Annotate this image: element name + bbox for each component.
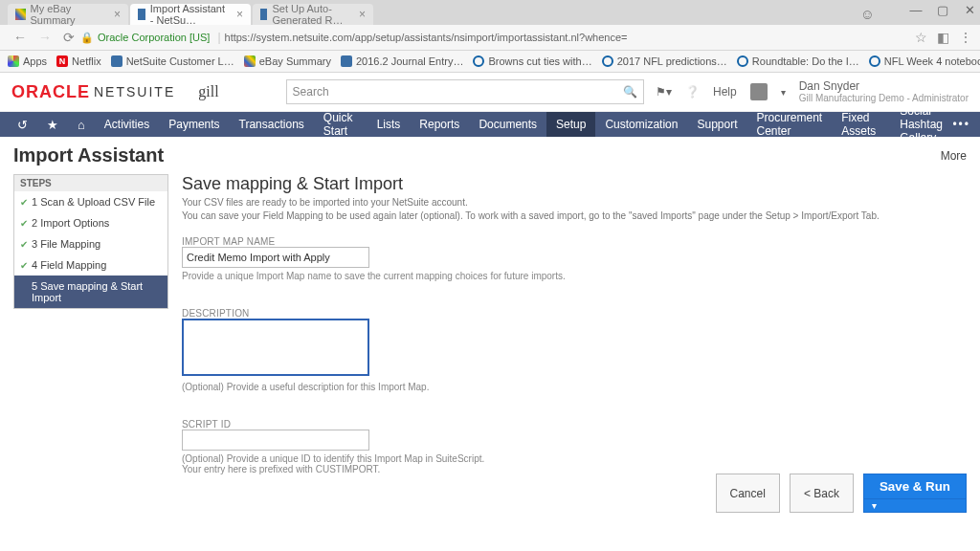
avatar[interactable] <box>750 83 768 100</box>
brand-netsuite: NETSUITE <box>94 84 175 99</box>
star-icon[interactable]: ☆ <box>915 30 927 45</box>
favicon-icon: N <box>56 55 68 67</box>
step-scan-upload[interactable]: ✔ 1 Scan & Upload CSV File <box>14 191 167 212</box>
main-nav: ↺ ★ ⌂ Activities Payments Transactions Q… <box>0 112 980 137</box>
bookmark[interactable]: 2016.2 Journal Entry… <box>341 55 464 67</box>
feedback-icon[interactable]: ⚑▾ <box>656 85 672 99</box>
nav-fixed-assets[interactable]: Fixed Assets <box>832 112 890 137</box>
user-name: Dan Snyder <box>799 80 969 93</box>
nav-procurement-center[interactable]: Procurement Center <box>747 112 833 137</box>
nav-customization[interactable]: Customization <box>595 112 687 137</box>
bookmark[interactable]: Apps <box>8 55 47 67</box>
nav-activities[interactable]: Activities <box>95 112 159 137</box>
browser-tab[interactable]: Import Assistant - NetSu… × <box>130 4 251 25</box>
save-run-button[interactable]: Save & Run <box>863 474 967 499</box>
bookmarks-bar: Apps NNetflix NetSuite Customer L… eBay … <box>0 51 980 73</box>
lock-icon: 🔒 <box>80 32 94 44</box>
scriptid-label: SCRIPT ID <box>182 419 967 430</box>
import-map-name-input[interactable] <box>182 247 369 268</box>
favicon-icon <box>15 9 26 20</box>
page-title: Import Assistant <box>13 144 164 166</box>
nav-payments[interactable]: Payments <box>159 112 229 137</box>
step-file-mapping[interactable]: ✔ 3 File Mapping <box>14 233 167 254</box>
favicon-icon <box>737 55 748 67</box>
browser-address-bar: ← → ⟳ 🔒 Oracle Corporation [US] | https:… <box>0 25 980 51</box>
user-menu[interactable]: Dan Snyder Gill Manufacturing Demo - Adm… <box>799 80 969 103</box>
bookmark[interactable]: Roundtable: Do the I… <box>737 55 859 67</box>
nav-quick-start[interactable]: Quick Start <box>314 112 368 137</box>
user-role: Gill Manufacturing Demo - Administrator <box>799 93 969 103</box>
apps-icon <box>8 55 19 67</box>
recent-icon[interactable]: ↺ <box>8 118 37 132</box>
account-icon[interactable]: ☺ <box>860 6 875 22</box>
nav-documents[interactable]: Documents <box>469 112 546 137</box>
browser-tab-label: Set Up Auto-Generated R… <box>272 3 353 26</box>
maximize-icon[interactable]: ▢ <box>936 3 949 17</box>
help-label[interactable]: Help <box>713 85 737 99</box>
favicon-icon <box>869 55 880 67</box>
favicon-icon <box>473 55 484 67</box>
step-field-mapping[interactable]: ✔ 4 Field Mapping <box>14 254 167 276</box>
scriptid-help-1: (Optional) Provide a unique ID to identi… <box>182 453 641 464</box>
bookmark[interactable]: NNetflix <box>56 55 101 67</box>
close-icon[interactable]: × <box>353 8 366 21</box>
nav-reports[interactable]: Reports <box>410 112 469 137</box>
scriptid-input[interactable] <box>182 430 369 451</box>
minimize-icon[interactable]: — <box>909 3 923 17</box>
forward-icon[interactable]: → <box>33 30 57 45</box>
check-icon: ✔ <box>20 239 28 250</box>
help-icon[interactable]: ❔ <box>685 85 700 99</box>
browser-tab-label: Import Assistant - NetSu… <box>150 3 231 26</box>
import-map-name-help: Provide a unique Import Map name to save… <box>182 271 641 281</box>
step-import-options[interactable]: ✔ 2 Import Options <box>14 212 167 233</box>
extension-icon[interactable]: ◧ <box>937 30 949 45</box>
nav-lists[interactable]: Lists <box>368 112 411 137</box>
more-link[interactable]: More <box>941 149 967 163</box>
bookmark[interactable]: NetSuite Customer L… <box>111 55 234 67</box>
favicon-icon <box>341 55 352 67</box>
back-button[interactable]: < Back <box>790 474 854 513</box>
menu-icon[interactable]: ⋮ <box>959 30 972 45</box>
save-run-dropdown[interactable]: ▾ <box>863 499 967 513</box>
cancel-button[interactable]: Cancel <box>716 474 780 513</box>
favicon-icon <box>602 55 613 67</box>
browser-tab-label: My eBay Summary <box>31 3 108 26</box>
search-placeholder: Search <box>293 85 329 99</box>
close-icon[interactable]: × <box>231 8 243 21</box>
secure-label: Oracle Corporation [US] <box>98 32 210 43</box>
bookmark[interactable]: eBay Summary <box>244 55 331 67</box>
nav-setup[interactable]: Setup <box>546 112 595 137</box>
nav-transactions[interactable]: Transactions <box>230 112 314 137</box>
check-icon: ✔ <box>20 218 28 229</box>
browser-tab[interactable]: Set Up Auto-Generated R… × <box>253 4 373 25</box>
global-search[interactable]: Search 🔍 <box>286 79 644 104</box>
nav-overflow-icon[interactable]: ••• <box>952 118 970 131</box>
nav-support[interactable]: Support <box>687 112 746 137</box>
close-window-icon[interactable]: ✕ <box>963 3 976 17</box>
bookmark[interactable]: 2017 NFL predictions… <box>602 55 727 67</box>
home-icon[interactable]: ⌂ <box>68 118 95 132</box>
back-icon[interactable]: ← <box>8 30 33 45</box>
reload-icon[interactable]: ⟳ <box>57 30 80 45</box>
description-input[interactable] <box>182 319 369 376</box>
favicon-icon <box>138 9 145 20</box>
form-subtitle-2: You can save your Field Mapping to be us… <box>182 209 967 223</box>
search-icon[interactable]: 🔍 <box>623 85 637 99</box>
description-help: (Optional) Provide a useful description … <box>182 382 641 392</box>
step-label: 4 Field Mapping <box>32 259 106 271</box>
star-icon[interactable]: ★ <box>37 118 68 132</box>
form-title: Save mapping & Start Import <box>182 174 967 194</box>
check-icon: ✔ <box>20 197 28 208</box>
close-icon[interactable]: × <box>108 8 121 21</box>
url-field[interactable]: https://system.netsuite.com/app/setup/as… <box>225 32 907 43</box>
steps-panel: STEPS ✔ 1 Scan & Upload CSV File ✔ 2 Imp… <box>13 174 168 309</box>
app-header: ORACLE NETSUITE gill Search 🔍 ⚑▾ ❔ Help … <box>0 73 980 112</box>
bookmark[interactable]: NFL Week 4 noteboo… <box>869 55 980 67</box>
browser-tab[interactable]: My eBay Summary × <box>8 4 128 25</box>
step-save-mapping[interactable]: ✔ 5 Save mapping & Start Import <box>14 276 167 308</box>
browser-tab-strip: My eBay Summary × Import Assistant - Net… <box>0 0 980 25</box>
bookmark[interactable]: Browns cut ties with… <box>473 55 591 67</box>
step-label: 2 Import Options <box>32 217 109 229</box>
scriptid-help-2: Your entry here is prefixed with CUSTIMP… <box>182 464 641 474</box>
check-icon: ✔ <box>20 260 28 271</box>
